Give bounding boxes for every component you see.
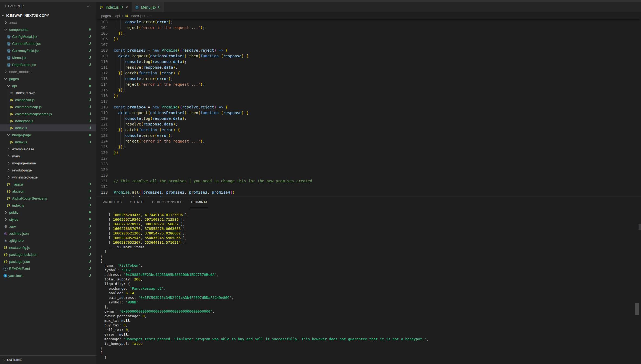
tree-item-pages[interactable]: pages — [0, 75, 96, 82]
breadcrumb-item[interactable]: index.js — [130, 14, 142, 18]
tree-item-PageButton.jsx[interactable]: PageButton.jsxU — [0, 61, 96, 68]
scrollbar-decoration[interactable] — [639, 224, 641, 230]
code-line: 116}) — [96, 93, 641, 99]
tree-item-.next[interactable]: .next — [0, 19, 96, 26]
code-line: 128 — [96, 161, 641, 167]
panel-tab-terminal[interactable]: TERMINAL — [190, 197, 208, 208]
tree-item-index.js[interactable]: JSindex.jsU — [0, 138, 96, 145]
tree-item-revolut-page[interactable]: revolut-page — [0, 167, 96, 174]
code-line: 122 }).catch(function (error) { — [96, 127, 641, 133]
tree-item-coingecko.js[interactable]: JScoingecko.jsU — [0, 96, 96, 103]
code-line: 114 reject('error in the request ...'); — [96, 82, 641, 87]
tree-item-yarn.lock[interactable]: yyarn.lockU — [0, 272, 96, 279]
terminal-line: message: 'Honeypot tests passed. Simulat… — [100, 337, 641, 341]
editor-area: JSindex.jsU×Menu.jsxU pages›api›JSindex.… — [96, 2, 641, 364]
terminal-line: [ 1660273270927, 380178929.150637 ], — [100, 222, 641, 226]
terminal-line: owner_percentage: 0, — [100, 314, 641, 318]
tree-item-label: bridge-page — [12, 133, 31, 137]
tree-item-index.js[interactable]: JSindex.jsU — [0, 124, 96, 131]
panel-tab-problems[interactable]: PROBLEMS — [103, 197, 122, 208]
editor-tab-index.js[interactable]: JSindex.jsU× — [96, 2, 132, 12]
js-icon: JS — [6, 203, 11, 207]
code-line-text: // This resolve all the promises | you n… — [114, 179, 312, 183]
tree-item-package.json[interactable]: {}package.jsonU — [0, 258, 96, 265]
code-line: 108const promise3 = new Promise((resolve… — [96, 48, 641, 53]
breadcrumb-item[interactable]: pages — [101, 14, 111, 18]
code-editor[interactable]: 103 console.error(error);104 reject('err… — [96, 19, 641, 197]
tree-item-public[interactable]: public — [0, 209, 96, 216]
chevron-down-icon — [4, 27, 8, 32]
code-line: 107 — [96, 42, 641, 48]
js-icon: JS — [9, 105, 14, 109]
tree-item-whitelisted-page[interactable]: whitelisted-page — [0, 174, 96, 181]
code-line: 127 — [96, 155, 641, 161]
tree-item-.gitignore[interactable]: ◈.gitignoreU — [0, 237, 96, 244]
outline-section-header[interactable]: OUTLINE — [0, 355, 96, 364]
git-untracked-badge: U — [89, 196, 91, 200]
line-number: 116 — [96, 93, 108, 99]
git-untracked-badge: U — [89, 182, 91, 186]
chevron-down-icon — [1, 13, 5, 18]
git-untracked-badge: U — [89, 112, 91, 116]
tree-item-Menu.jsx[interactable]: Menu.jsxU — [0, 54, 96, 61]
tree-item-styles[interactable]: styles — [0, 216, 96, 223]
git-untracked-badge: U — [89, 35, 91, 38]
tree-item-components[interactable]: components — [0, 26, 96, 33]
tree-item-.index.js.swp[interactable]: ≡.index.js.swpU — [0, 89, 96, 96]
breadcrumb[interactable]: pages›api›JSindex.js›… — [96, 12, 641, 19]
js-icon: JS — [6, 196, 11, 200]
eslint-icon: ◎ — [4, 231, 8, 236]
breadcrumb-item[interactable]: api — [115, 14, 120, 18]
tree-item-api[interactable]: api — [0, 82, 96, 89]
outline-label: OUTLINE — [7, 358, 22, 362]
line-number: 103 — [96, 19, 108, 25]
code-line-text: reject('error in the request ...'); — [114, 82, 205, 87]
tree-item-honeypot.js[interactable]: JShoneypot.jsU — [0, 117, 96, 124]
tree-item-coinmarketcapscores.js[interactable]: JScoinmarketcapscores.jsU — [0, 110, 96, 117]
tree-item-ConnectButton.jsx[interactable]: ConnectButton.jsxU — [0, 40, 96, 47]
tree-item-bridge-page[interactable]: bridge-page — [0, 131, 96, 138]
json-icon: {} — [4, 252, 8, 257]
code-line-text: }) — [114, 37, 118, 41]
tree-item-.eslintrc.json[interactable]: ◎.eslintrc.jsonU — [0, 230, 96, 237]
tree-item-.env[interactable]: ⚙.envU — [0, 223, 96, 230]
tree-item-index.js[interactable]: JSindex.jsU — [0, 202, 96, 209]
editor-tab-Menu.jsx[interactable]: Menu.jsxU — [132, 2, 164, 12]
tree-item-package-lock.json[interactable]: {}package-lock.jsonU — [0, 251, 96, 258]
tree-item-abi.json[interactable]: {}abi.jsonU — [0, 188, 96, 195]
code-line-text: reject('error in the request ...'); — [114, 139, 205, 143]
terminal-output[interactable]: [ 1660266283435, 417449184.81123096 ], [… — [96, 208, 641, 359]
tree-item-coinmarketcap.js[interactable]: JScoinmarketcap.jsU — [0, 103, 96, 110]
code-line: 119 axios.request(optionsPromise4).then(… — [96, 110, 641, 116]
code-line-text: console.error(error); — [114, 20, 173, 24]
tree-item-label: ConnectButton.jsx — [12, 42, 41, 46]
line-number: 114 — [96, 82, 108, 87]
panel-tab-output[interactable]: OUTPUT — [130, 197, 144, 208]
line-number: 109 — [96, 53, 108, 59]
tree-item-node_modules[interactable]: node_modules — [0, 68, 96, 75]
terminal-scrollbar-thumb[interactable] — [635, 303, 639, 315]
panel-tab-debug-console[interactable]: DEBUG CONSOLE — [152, 197, 182, 208]
explorer-actions-icon[interactable]: ⋯ — [87, 4, 91, 9]
tree-item-_app.js[interactable]: JS_app.jsU — [0, 181, 96, 188]
tree-item-next.config.js[interactable]: JSnext.config.jsU — [0, 244, 96, 251]
close-icon[interactable]: × — [126, 5, 128, 9]
tree-item-example-case[interactable]: example-case — [0, 145, 96, 153]
tree-item-ConfigModal.jsx[interactable]: ConfigModal.jsxU — [0, 33, 96, 40]
indent-guide — [116, 52, 116, 92]
terminal-line: { — [100, 355, 641, 359]
code-line: 115 }); — [96, 87, 641, 93]
workspace-root-folder[interactable]: ICESWAP_NEXTJS COPY — [0, 12, 96, 19]
tree-item-README.md[interactable]: iREADME.mdU — [0, 265, 96, 272]
tree-item-AlphaRouterService.js[interactable]: JSAlphaRouterService.jsU — [0, 195, 96, 202]
breadcrumb-separator: › — [122, 14, 123, 18]
code-line-text: resolve(response.data); — [114, 65, 178, 70]
code-line: 110 console.log(response.data); — [96, 59, 641, 65]
line-number: 126 — [96, 150, 108, 155]
line-number: 106 — [96, 36, 108, 42]
tree-item-main[interactable]: main — [0, 153, 96, 160]
tree-item-CurrencyField.jsx[interactable]: CurrencyField.jsxU — [0, 47, 96, 54]
tree-item-my-page-name[interactable]: my-page-name — [0, 160, 96, 167]
terminal-line: }, — [100, 305, 641, 309]
breadcrumb-item[interactable]: … — [147, 14, 151, 18]
